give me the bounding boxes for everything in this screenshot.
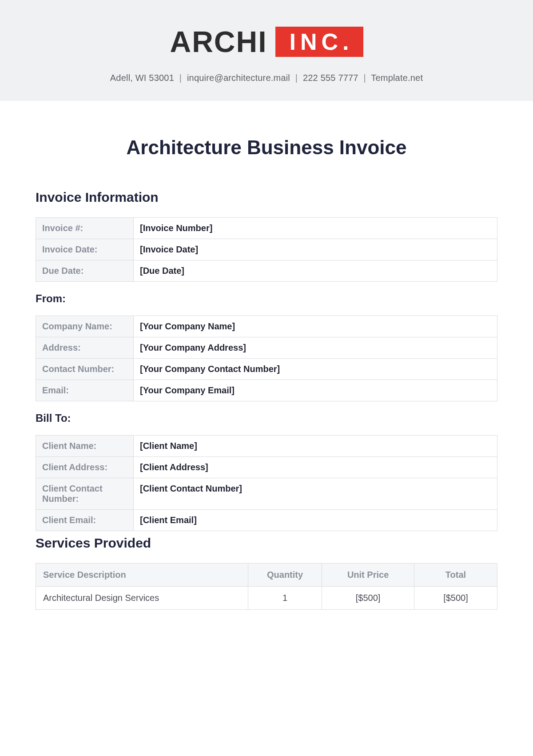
col-total: Total [414, 564, 497, 587]
field-value[interactable]: [Your Company Email] [134, 380, 497, 401]
section-from: From: [36, 292, 497, 305]
col-quantity: Quantity [248, 564, 322, 587]
field-value[interactable]: [Client Contact Number] [134, 478, 497, 510]
header-site: Template.net [371, 73, 423, 83]
header-email: inquire@architecture.mail [187, 73, 290, 83]
separator: | [363, 73, 366, 83]
field-value[interactable]: [Client Name] [134, 436, 497, 457]
cell-quantity[interactable]: 1 [248, 587, 322, 610]
document-body: Architecture Business Invoice Invoice In… [0, 101, 533, 610]
table-row: Architectural Design Services 1 [$500] [… [36, 587, 497, 610]
bill-to-table: Client Name: [Client Name] Client Addres… [36, 435, 497, 531]
separator: | [295, 73, 298, 83]
col-service-description: Service Description [36, 564, 248, 587]
col-unit-price: Unit Price [322, 564, 414, 587]
field-value[interactable]: [Your Company Contact Number] [134, 359, 497, 380]
field-label: Client Address: [36, 457, 134, 478]
field-label: Company Name: [36, 316, 134, 337]
table-header-row: Service Description Quantity Unit Price … [36, 564, 497, 587]
table-row: Client Name: [Client Name] [36, 436, 497, 457]
separator: | [179, 73, 182, 83]
table-row: Due Date: [Due Date] [36, 260, 497, 282]
field-value[interactable]: [Your Company Address] [134, 337, 497, 359]
table-row: Invoice Date: [Invoice Date] [36, 239, 497, 260]
section-bill-to: Bill To: [36, 412, 497, 424]
field-label: Client Contact Number: [36, 478, 134, 510]
document-title: Architecture Business Invoice [36, 136, 497, 159]
field-label: Invoice Date: [36, 239, 134, 260]
field-value[interactable]: [Invoice Date] [134, 239, 497, 260]
logo: ARCHI INC. [170, 27, 363, 57]
table-row: Client Email: [Client Email] [36, 510, 497, 531]
field-label: Client Name: [36, 436, 134, 457]
invoice-info-table: Invoice #: [Invoice Number] Invoice Date… [36, 217, 497, 282]
table-row: Company Name: [Your Company Name] [36, 316, 497, 337]
section-invoice-information: Invoice Information [36, 190, 497, 205]
field-value[interactable]: [Client Email] [134, 510, 497, 531]
table-row: Invoice #: [Invoice Number] [36, 218, 497, 239]
table-row: Client Address: [Client Address] [36, 457, 497, 478]
field-label: Invoice #: [36, 218, 134, 239]
table-row: Client Contact Number: [Client Contact N… [36, 478, 497, 510]
field-value[interactable]: [Client Address] [134, 457, 497, 478]
logo-badge-inc: INC. [275, 27, 363, 57]
table-row: Email: [Your Company Email] [36, 380, 497, 401]
header-contact-line: Adell, WI 53001 | inquire@architecture.m… [0, 73, 533, 83]
from-table: Company Name: [Your Company Name] Addres… [36, 316, 497, 401]
field-value[interactable]: [Invoice Number] [134, 218, 497, 239]
table-row: Contact Number: [Your Company Contact Nu… [36, 359, 497, 380]
field-value[interactable]: [Your Company Name] [134, 316, 497, 337]
logo-text-archi: ARCHI [170, 27, 267, 56]
header-address: Adell, WI 53001 [110, 73, 174, 83]
table-row: Address: [Your Company Address] [36, 337, 497, 359]
field-label: Client Email: [36, 510, 134, 531]
cell-unit-price[interactable]: [$500] [322, 587, 414, 610]
services-table: Service Description Quantity Unit Price … [36, 563, 497, 610]
field-label: Address: [36, 337, 134, 359]
field-label: Email: [36, 380, 134, 401]
document-header: ARCHI INC. Adell, WI 53001 | inquire@arc… [0, 0, 533, 101]
header-phone: 222 555 7777 [303, 73, 358, 83]
cell-service-description[interactable]: Architectural Design Services [36, 587, 248, 610]
cell-total[interactable]: [$500] [414, 587, 497, 610]
section-services-provided: Services Provided [36, 536, 497, 551]
field-label: Contact Number: [36, 359, 134, 380]
field-value[interactable]: [Due Date] [134, 260, 497, 282]
field-label: Due Date: [36, 260, 134, 282]
